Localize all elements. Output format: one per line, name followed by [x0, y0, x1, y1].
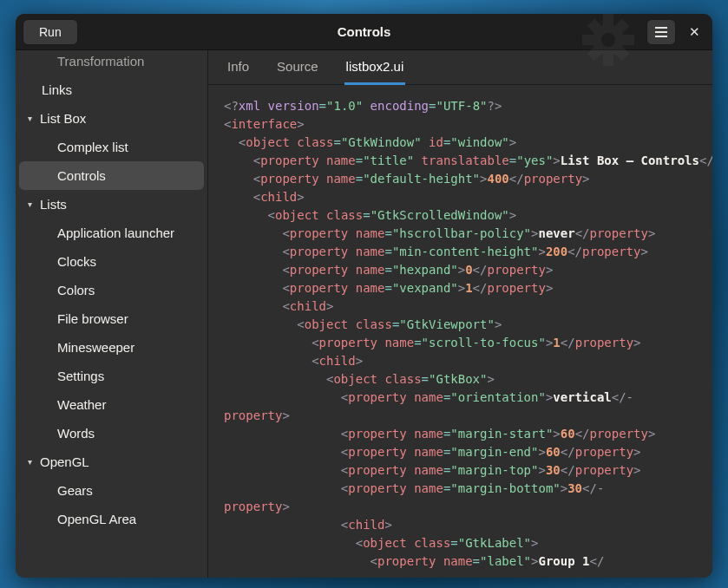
code-token: property: [290, 245, 356, 258]
code-token: </: [575, 427, 590, 441]
code-token: property: [348, 481, 414, 495]
code-token: class: [356, 317, 392, 331]
code-token: =: [422, 372, 429, 386]
code-token: </-: [582, 481, 604, 495]
code-token: <?: [224, 99, 239, 113]
code-token: Group 1: [538, 554, 589, 568]
code-token: <: [224, 172, 260, 186]
code-token: property: [348, 463, 414, 477]
sidebar-item-clocks[interactable]: Clocks: [16, 247, 207, 276]
code-view[interactable]: <?xml version="1.0" encoding="UTF-8"?> <…: [208, 85, 712, 578]
code-token: 60: [546, 445, 561, 459]
sidebar-item-settings[interactable]: Settings: [16, 362, 207, 390]
code-token: </: [561, 336, 575, 350]
sidebar-item-minesweeper[interactable]: Minesweeper: [16, 333, 207, 362]
code-token: name: [356, 281, 385, 295]
code-token: =: [414, 336, 421, 350]
code-token: "margin-end": [450, 445, 538, 459]
sidebar-item-application-launcher[interactable]: Application launcher: [16, 219, 207, 247]
code-token: <: [224, 445, 348, 459]
code-token: 0: [465, 263, 472, 277]
code-token: "GtkViewport": [399, 317, 495, 331]
code-token: >: [282, 500, 289, 513]
window-title: Controls: [338, 24, 391, 39]
code-token: property: [582, 245, 640, 258]
code-token: "UTF-8": [436, 99, 487, 113]
sidebar-item-controls[interactable]: Controls: [19, 161, 204, 190]
sidebar-item-gears[interactable]: Gears: [16, 476, 207, 505]
code-token: </: [473, 263, 488, 277]
code-token: >: [384, 518, 391, 532]
tab-info[interactable]: Info: [226, 50, 251, 85]
code-token: =: [473, 554, 480, 568]
code-token: =: [333, 135, 340, 149]
tab-listbox2-ui[interactable]: listbox2.ui: [344, 50, 406, 85]
sidebar-header-list-box[interactable]: ▾List Box: [16, 104, 207, 133]
code-token: name: [414, 390, 443, 404]
code-token: >: [509, 135, 516, 149]
code-token: "margin-start": [450, 427, 553, 441]
sidebar[interactable]: TransformationLinks▾List BoxComplex list…: [16, 50, 208, 578]
sidebar-item-words[interactable]: Words: [16, 419, 207, 448]
code-token: >: [538, 445, 545, 459]
code-token: 60: [561, 427, 575, 441]
code-token: object: [363, 536, 414, 550]
code-token: property: [575, 445, 633, 459]
titlebar: Run Controls: [16, 14, 712, 50]
code-token: =: [356, 154, 363, 167]
sidebar-item-truncated[interactable]: Transformation: [16, 52, 207, 75]
code-token: property: [589, 427, 647, 441]
run-button[interactable]: Run: [23, 19, 78, 45]
code-token: <: [224, 263, 290, 277]
close-icon: ✕: [689, 24, 700, 40]
code-token: <: [224, 427, 348, 441]
sidebar-item-opengl-area[interactable]: OpenGL Area: [16, 505, 207, 533]
code-token: property: [348, 445, 414, 459]
code-token: id: [422, 135, 443, 149]
sidebar-item-weather[interactable]: Weather: [16, 390, 207, 419]
sidebar-header-lists[interactable]: ▾Lists: [16, 190, 207, 219]
code-token: >: [633, 463, 640, 477]
code-token: never: [538, 226, 574, 240]
code-token: property: [487, 281, 545, 295]
close-button[interactable]: ✕: [679, 19, 709, 45]
code-token: property: [260, 154, 326, 167]
code-token: name: [356, 226, 385, 240]
code-token: </: [567, 245, 582, 258]
sidebar-header-opengl[interactable]: ▾OpenGL: [16, 448, 207, 476]
code-token: xml: [239, 99, 268, 113]
code-token: </: [699, 154, 712, 167]
code-token: "vexpand": [392, 281, 458, 295]
sidebar-item-file-browser[interactable]: File browser: [16, 304, 207, 333]
sidebar-header-label: Lists: [40, 197, 67, 212]
code-token: >: [458, 263, 465, 277]
code-token: property: [224, 408, 282, 422]
code-token: 1: [553, 336, 560, 350]
code-token: object: [305, 317, 356, 331]
code-token: ?>: [488, 99, 502, 113]
code-token: =: [356, 172, 363, 186]
svg-point-5: [601, 33, 615, 47]
code-token: encoding: [363, 99, 429, 113]
code-token: <: [224, 226, 290, 240]
code-token: >: [538, 463, 545, 477]
sidebar-item-links[interactable]: Links: [16, 75, 207, 104]
svg-rect-7: [655, 31, 667, 33]
code-token: </: [575, 226, 590, 240]
code-token: >: [297, 190, 304, 204]
sidebar-item-complex-list[interactable]: Complex list: [16, 133, 207, 161]
code-token: <: [224, 245, 290, 258]
code-token: "GtkWindow": [341, 135, 422, 149]
code-token: <: [224, 536, 363, 550]
code-token: name: [326, 154, 356, 167]
code-token: =: [384, 263, 391, 277]
code-token: List Box – Controls: [561, 154, 699, 167]
sidebar-header-label: OpenGL: [40, 454, 89, 469]
code-token: 30: [546, 463, 561, 477]
code-token: "default-height": [363, 172, 480, 186]
menu-button[interactable]: [646, 19, 676, 45]
code-token: object: [275, 208, 326, 222]
code-token: >: [633, 445, 640, 459]
sidebar-item-colors[interactable]: Colors: [16, 276, 207, 304]
tab-source[interactable]: Source: [275, 50, 320, 85]
